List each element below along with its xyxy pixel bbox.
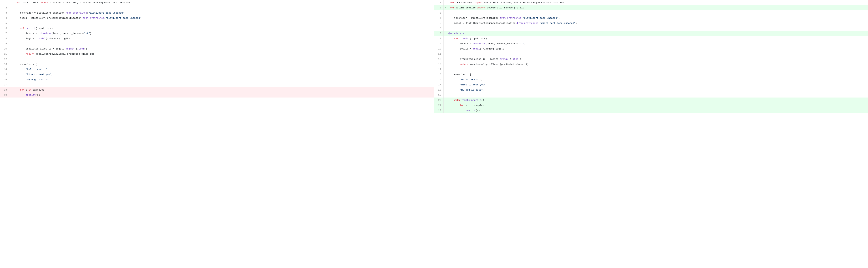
line-content: "My dog is cute",: [13, 77, 434, 82]
line-marker: [9, 10, 13, 16]
line-content: tokenizer = DistilBertTokenizer.from_pre…: [13, 10, 434, 16]
line-marker: -: [9, 92, 13, 98]
code-token: ): [141, 17, 143, 20]
table-row: 15 examples = [: [434, 72, 868, 77]
code-token: predicted_class_id = logits.: [448, 58, 500, 60]
line-content: "Nice to meet you",: [447, 82, 868, 87]
line-content: [13, 5, 434, 10]
line-number: 16: [434, 77, 443, 82]
code-token: "Nice to meet you": [26, 73, 51, 76]
code-token: item: [79, 48, 84, 50]
line-marker: [443, 16, 447, 21]
table-row: 22+ predict(s): [434, 108, 868, 113]
table-row: 13 examples = [: [0, 61, 434, 67]
line-content: for s in examples:: [447, 103, 868, 108]
code-token: (): [518, 58, 521, 60]
line-content: predicted_class_id = logits.argmax().ite…: [447, 56, 868, 61]
code-token: inputs =: [448, 42, 473, 45]
line-content: return model.config.id2label[predicted_c…: [13, 51, 434, 56]
code-token: [448, 37, 454, 40]
line-content: [447, 67, 868, 72]
line-marker: [443, 46, 447, 51]
code-token: (input: str):: [36, 27, 54, 30]
line-content: "Nice to meet you",: [13, 72, 434, 77]
table-row: 11 return model.config.id2label[predicte…: [0, 51, 434, 56]
line-number: 12: [434, 56, 443, 61]
line-content: from transformers import DistilBertToken…: [13, 0, 434, 5]
line-content: ]: [447, 92, 868, 98]
line-number: 7: [0, 31, 9, 36]
code-token: from_pretrained: [66, 11, 87, 14]
code-token: "distilbert-base-uncased": [523, 17, 558, 20]
table-row: 2+from octoml_profile import accelerate,…: [434, 5, 868, 10]
code-token: ): [124, 11, 126, 14]
code-token: [448, 63, 460, 65]
code-token: [448, 109, 466, 112]
code-token: "pt": [518, 42, 524, 45]
code-token: from: [448, 1, 454, 4]
code-token: "My dog is cute": [26, 78, 49, 81]
line-content: "Hello, world!",: [447, 77, 868, 82]
left-panel: 1from transformers import DistilBertToke…: [0, 0, 434, 268]
table-row: 6 def predict(input: str):: [0, 26, 434, 31]
code-token: [448, 78, 460, 81]
code-token: transformers: [20, 1, 40, 4]
code-token: (input, return_tensors=: [52, 32, 84, 35]
table-row: 9 inputs = tokenizer(input, return_tenso…: [434, 41, 868, 46]
line-number: 2: [434, 5, 443, 10]
code-token: in: [29, 88, 31, 91]
line-marker: [443, 72, 447, 77]
line-marker: [9, 31, 13, 36]
line-content: [13, 41, 434, 46]
right-panel: 1from transformers import DistilBertToke…: [434, 0, 868, 268]
line-content: ]: [13, 82, 434, 87]
line-number: 14: [0, 67, 9, 72]
table-row: 14 "Hello, world!",: [0, 67, 434, 72]
line-marker: [9, 0, 13, 5]
code-token: model: [473, 48, 480, 50]
code-token: predict: [460, 37, 470, 40]
line-number: 13: [434, 61, 443, 67]
code-token: ,: [486, 83, 487, 86]
line-content: [13, 21, 434, 26]
line-number: 8: [0, 36, 9, 41]
table-row: 7+@accelerate: [434, 31, 868, 36]
code-token: ,: [481, 78, 483, 81]
right-panel-table: 1from transformers import DistilBertToke…: [434, 0, 868, 113]
code-token: predict: [26, 27, 36, 30]
table-row: 21+ for s in examples:: [434, 103, 868, 108]
line-content: for s in examples:: [13, 87, 434, 92]
line-marker: [443, 0, 447, 5]
line-number: 10: [0, 46, 9, 51]
table-row: 17 ]: [0, 82, 434, 87]
code-token: ,: [47, 68, 49, 71]
code-token: with: [454, 99, 460, 102]
line-content: predicted_class_id = logits.argmax().ite…: [13, 46, 434, 51]
line-content: inputs = tokenizer(input, return_tensors…: [13, 31, 434, 36]
line-content: def predict(input: str):: [13, 26, 434, 31]
line-marker: [9, 36, 13, 41]
code-token: item: [513, 58, 518, 60]
line-marker: [443, 67, 447, 72]
code-token: logits =: [14, 37, 39, 40]
line-number: 19: [0, 92, 9, 98]
code-token: in: [468, 104, 471, 107]
table-row: 12 predicted_class_id = logits.argmax().…: [434, 56, 868, 61]
table-row: 13 return model.config.id2label[predicte…: [434, 61, 868, 67]
code-token: ().: [74, 48, 79, 50]
code-token: [14, 27, 20, 30]
line-marker: [443, 61, 447, 67]
code-token: from: [14, 1, 20, 4]
line-marker: [443, 21, 447, 26]
line-marker: [443, 82, 447, 87]
code-token: (input: str):: [470, 37, 488, 40]
line-marker: +: [443, 31, 447, 36]
code-token: from_pretrained: [83, 17, 104, 20]
line-number: 15: [0, 72, 9, 77]
line-marker: [9, 5, 13, 10]
line-marker: [9, 82, 13, 87]
line-number: 12: [0, 56, 9, 61]
line-number: 14: [434, 67, 443, 72]
code-token: [14, 88, 20, 91]
code-token: [448, 104, 460, 107]
